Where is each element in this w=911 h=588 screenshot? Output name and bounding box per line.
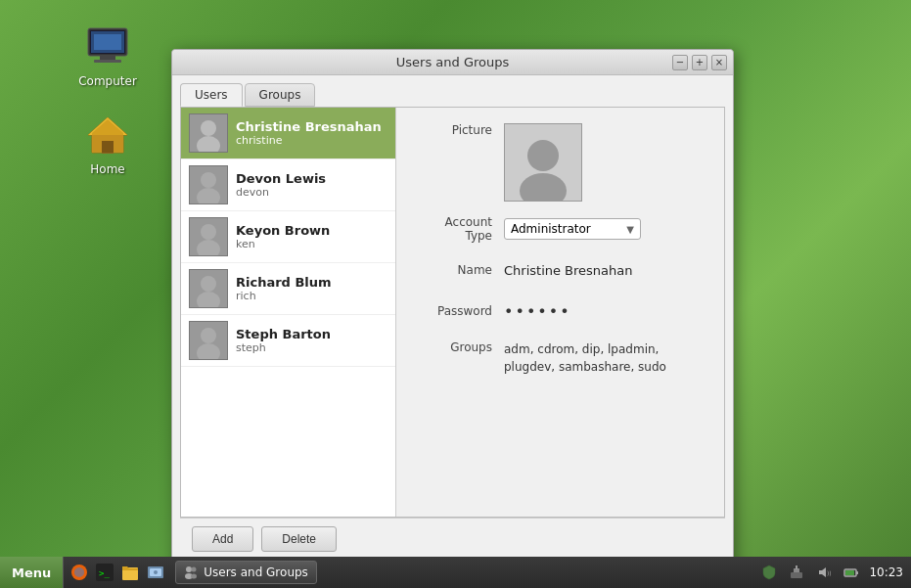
user-name-richard: Richard Blum [236, 275, 387, 290]
user-item-devon[interactable]: Devon Lewis devon [181, 159, 395, 211]
dialog-controls: − + × [672, 55, 727, 70]
user-item-richard[interactable]: Richard Blum rich [181, 263, 395, 315]
taskbar-icon-settings[interactable] [144, 561, 167, 584]
tab-groups[interactable]: Groups [245, 83, 316, 107]
avatar-keyon [189, 217, 228, 256]
user-name-devon: Devon Lewis [236, 171, 387, 186]
dialog-title: Users and Groups [396, 55, 509, 69]
tray-volume-icon[interactable]: ))) [812, 561, 836, 584]
svg-rect-3 [94, 60, 121, 63]
svg-rect-41 [856, 571, 858, 574]
taskbar-quick-launch: >_ [64, 561, 171, 584]
user-name-christine: Christine Bresnahan [236, 119, 387, 134]
user-item-christine[interactable]: Christine Bresnahan christine [181, 108, 395, 159]
svg-rect-2 [100, 56, 115, 60]
svg-rect-10 [102, 141, 114, 153]
svg-rect-37 [796, 565, 797, 569]
users-groups-dialog: Users and Groups − + × Users Groups [171, 49, 734, 568]
dialog-content: Users Groups [172, 75, 733, 567]
tabs: Users Groups [180, 83, 725, 107]
user-login-keyon: ken [236, 238, 387, 250]
picture-box[interactable] [504, 123, 582, 202]
account-type-dropdown[interactable]: Administrator ▼ [504, 218, 641, 240]
user-login-steph: steph [236, 341, 387, 354]
svg-point-17 [201, 276, 216, 292]
account-type-value: Administrator [511, 222, 591, 236]
user-info-christine: Christine Bresnahan christine [236, 119, 387, 147]
tray-network-icon[interactable] [785, 561, 808, 584]
computer-icon-label: Computer [78, 74, 137, 88]
groups-value: adm, cdrom, dip, lpadmin,plugdev, sambas… [504, 340, 666, 376]
svg-text:))): ))) [827, 569, 832, 576]
system-tray-icons: ))) [757, 561, 863, 584]
svg-point-22 [520, 173, 567, 201]
svg-point-30 [154, 570, 158, 574]
user-item-keyon[interactable]: Keyon Brown ken [181, 211, 395, 263]
avatar-christine [189, 113, 228, 153]
user-list: Christine Bresnahan christine [181, 108, 396, 517]
account-type-row: Account Type Administrator ▼ [416, 215, 705, 243]
svg-rect-5 [94, 34, 121, 50]
user-name-keyon: Keyon Brown [236, 223, 387, 238]
svg-point-19 [201, 328, 216, 343]
user-login-richard: rich [236, 290, 387, 302]
dialog-footer: Add Delete [180, 518, 725, 560]
user-info-steph: Steph Barton steph [236, 327, 387, 354]
delete-button[interactable]: Delete [261, 526, 337, 552]
taskbar: Menu >_ [0, 557, 911, 588]
password-value: •••••• [504, 302, 705, 321]
dropdown-arrow-icon: ▼ [626, 224, 634, 235]
desktop-icon-home[interactable]: Home [68, 108, 147, 180]
svg-point-12 [197, 136, 220, 152]
taskbar-time: 10:23 [869, 565, 903, 579]
svg-point-15 [201, 224, 216, 240]
tray-shield-icon[interactable] [757, 561, 781, 584]
menu-button[interactable]: Menu [0, 557, 64, 588]
user-name-steph: Steph Barton [236, 327, 387, 341]
svg-rect-35 [791, 572, 802, 578]
picture-label: Picture [416, 123, 504, 137]
account-type-label: Account Type [416, 215, 504, 243]
password-row: Password •••••• [416, 297, 705, 325]
taskbar-icon-terminal[interactable]: >_ [93, 561, 116, 584]
taskbar-icon-browser[interactable] [68, 561, 91, 584]
user-item-steph[interactable]: Steph Barton steph [181, 315, 395, 367]
svg-point-33 [192, 567, 197, 572]
minimize-button[interactable]: − [672, 55, 688, 70]
avatar-steph [189, 321, 228, 360]
taskbar-right: ))) 10:23 [750, 561, 911, 584]
desktop-icon-computer[interactable]: Computer [68, 20, 147, 92]
tab-users[interactable]: Users [180, 83, 243, 107]
picture-row: Picture [416, 123, 705, 202]
close-button[interactable]: × [711, 55, 727, 70]
name-label: Name [416, 263, 504, 277]
home-icon [84, 112, 131, 158]
computer-icon [84, 23, 131, 70]
dialog-titlebar: Users and Groups − + × [172, 50, 733, 75]
avatar-richard [189, 269, 228, 308]
svg-point-31 [186, 566, 192, 572]
user-login-devon: devon [236, 186, 387, 199]
maximize-button[interactable]: + [692, 55, 707, 70]
taskbar-app-users-groups[interactable]: Users and Groups [175, 561, 317, 584]
name-row: Name Christine Bresnahan [416, 256, 705, 284]
user-info-richard: Richard Blum rich [236, 275, 387, 302]
svg-point-16 [197, 240, 220, 255]
taskbar-icon-files[interactable] [118, 561, 142, 584]
svg-point-21 [527, 140, 559, 171]
tray-battery-icon[interactable] [840, 561, 863, 584]
user-info-devon: Devon Lewis devon [236, 171, 387, 199]
groups-label: Groups [416, 340, 504, 354]
desktop: Computer Home Users and Groups − + × [0, 0, 911, 588]
name-value: Christine Bresnahan [504, 263, 705, 278]
password-label: Password [416, 304, 504, 318]
user-info-keyon: Keyon Brown ken [236, 223, 387, 250]
svg-point-20 [197, 343, 220, 359]
svg-point-11 [201, 120, 216, 136]
dialog-main: Christine Bresnahan christine [180, 107, 725, 518]
svg-point-34 [191, 574, 197, 579]
svg-marker-38 [819, 567, 826, 577]
add-button[interactable]: Add [192, 526, 253, 552]
svg-text:>_: >_ [99, 568, 110, 578]
svg-point-14 [197, 188, 220, 204]
